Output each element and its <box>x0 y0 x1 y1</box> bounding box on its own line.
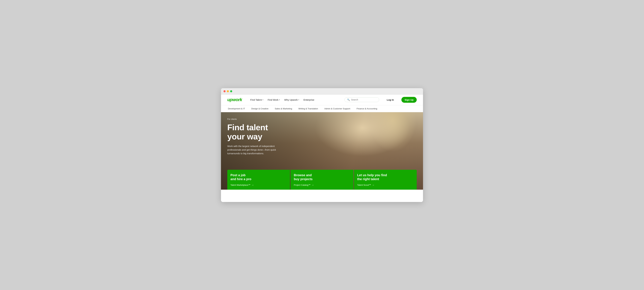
search-input[interactable] <box>351 98 376 101</box>
chevron-down-icon: ▾ <box>298 99 299 101</box>
cta-card-post-job[interactable]: Post a joband hire a pro Talent Marketpl… <box>227 170 290 190</box>
for-clients-badge: For clients <box>227 118 306 120</box>
sec-nav-development[interactable]: Development & IT <box>227 107 246 110</box>
arrow-icon: → <box>312 184 314 186</box>
cta-card-title: Let us help you findthe right talent <box>357 173 414 181</box>
nav-find-work[interactable]: Find Work ▾ <box>266 97 282 102</box>
cta-card-link[interactable]: Talent Marketplace™ → <box>230 184 287 186</box>
sec-nav-finance[interactable]: Finance & Accounting <box>356 107 378 110</box>
hero-section: For clients Find talent your way Work wi… <box>221 112 423 190</box>
cta-card-title: Post a joband hire a pro <box>230 173 287 181</box>
browser-window: upwork Find Talent ▾ Find Work ▾ Why Upw… <box>221 88 423 202</box>
signup-button[interactable]: Sign Up <box>402 97 417 103</box>
close-button[interactable] <box>224 90 226 92</box>
browser-chrome <box>221 88 423 95</box>
secondary-navbar: Development & IT Design & Creative Sales… <box>221 105 423 112</box>
nav-enterprise[interactable]: Enterprise <box>302 97 316 102</box>
sec-nav-writing[interactable]: Writing & Translation <box>298 107 318 110</box>
search-bar[interactable]: 🔍 <box>344 97 379 102</box>
sec-nav-design[interactable]: Design & Creative <box>251 107 269 110</box>
arrow-icon: → <box>252 184 254 186</box>
nav-links: Find Talent ▾ Find Work ▾ Why Upwork ▾ E… <box>248 97 316 102</box>
search-icon: 🔍 <box>347 98 350 101</box>
sec-nav-sales[interactable]: Sales & Marketing <box>274 107 293 110</box>
upwork-logo[interactable]: upwork <box>227 97 242 102</box>
cta-cards: Post a joband hire a pro Talent Marketpl… <box>221 170 423 190</box>
hero-content: For clients Find talent your way Work wi… <box>221 112 312 165</box>
cta-card-title: Browse andbuy projects <box>294 173 350 181</box>
nav-why-upwork[interactable]: Why Upwork ▾ <box>282 97 301 102</box>
sec-nav-admin[interactable]: Admin & Customer Support <box>324 107 351 110</box>
hero-subtitle: Work with the largest network of indepen… <box>227 144 287 155</box>
minimize-button[interactable] <box>227 90 229 92</box>
cta-card-browse[interactable]: Browse andbuy projects Project Catalog™ … <box>290 170 353 190</box>
chevron-down-icon: ▾ <box>262 99 263 101</box>
hero-title: Find talent your way <box>227 123 306 141</box>
nav-find-talent[interactable]: Find Talent ▾ <box>248 97 265 102</box>
arrow-icon: → <box>372 184 374 186</box>
cta-card-link[interactable]: Talent Scout™ → <box>357 184 414 186</box>
cta-card-link[interactable]: Project Catalog™ → <box>294 184 350 186</box>
cta-card-talent-scout[interactable]: Let us help you findthe right talent Tal… <box>354 170 417 190</box>
main-navbar: upwork Find Talent ▾ Find Work ▾ Why Upw… <box>221 95 423 105</box>
login-button[interactable]: Log In <box>384 97 396 102</box>
chevron-down-icon: ▾ <box>279 99 280 101</box>
maximize-button[interactable] <box>230 90 232 92</box>
